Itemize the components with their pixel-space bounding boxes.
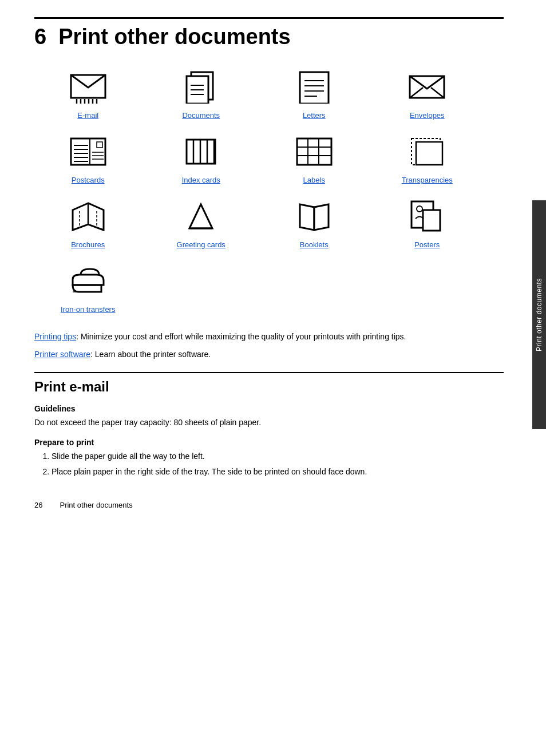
page-title: 6 Print other documents — [34, 25, 504, 49]
letters-icon — [294, 69, 334, 104]
iron-on-transfers-icon-box — [65, 260, 111, 300]
posters-icon-box — [404, 196, 450, 236]
svg-line-19 — [431, 88, 444, 98]
letters-icon-box — [291, 66, 337, 106]
email-icon — [68, 69, 108, 104]
print-email-section-title: Print e-mail — [34, 372, 504, 395]
icon-item-transparencies[interactable]: Transparencies — [374, 131, 481, 184]
prepare-heading: Prepare to print — [34, 438, 504, 447]
icon-item-documents[interactable]: Documents — [148, 66, 255, 120]
svg-line-18 — [410, 88, 423, 98]
icon-item-index-cards[interactable]: Index cards — [148, 131, 255, 184]
icon-item-posters[interactable]: Posters — [374, 196, 481, 249]
documents-icon — [181, 69, 221, 104]
icon-item-email[interactable]: E-mail — [34, 66, 142, 120]
envelopes-label[interactable]: Envelopes — [410, 111, 445, 120]
svg-rect-49 — [423, 210, 440, 231]
brochures-label[interactable]: Brochures — [71, 240, 105, 249]
letters-label[interactable]: Letters — [303, 111, 326, 120]
index-cards-icon — [181, 134, 221, 168]
icon-item-brochures[interactable]: Brochures — [34, 196, 142, 249]
icon-item-postcards[interactable]: Postcards — [34, 131, 142, 184]
index-cards-icon-box — [178, 131, 224, 171]
posters-icon — [407, 199, 447, 233]
prepare-step-1: Slide the paper guide all the way to the… — [52, 450, 504, 462]
envelopes-icon — [407, 69, 447, 104]
side-tab: Print other documents — [532, 200, 546, 429]
transparencies-icon — [407, 134, 447, 168]
icon-item-iron-on-transfers[interactable]: Iron-on transfers — [34, 260, 142, 314]
postcards-icon — [68, 134, 108, 168]
transparencies-icon-box — [404, 131, 450, 171]
printer-software-link[interactable]: Printer software — [34, 350, 90, 359]
email-label[interactable]: E-mail — [77, 111, 98, 120]
guidelines-heading: Guidelines — [34, 404, 504, 413]
posters-label[interactable]: Posters — [414, 240, 440, 249]
greeting-cards-icon-box — [178, 196, 224, 236]
description-section: Printing tips: Minimize your cost and ef… — [34, 331, 481, 361]
icon-item-envelopes[interactable]: Envelopes — [374, 66, 481, 120]
documents-icon-box — [178, 66, 224, 106]
svg-rect-36 — [297, 138, 331, 165]
email-icon-box — [65, 66, 111, 106]
iron-on-transfers-icon — [68, 263, 108, 298]
index-cards-label[interactable]: Index cards — [182, 176, 220, 184]
brochures-icon — [68, 199, 108, 233]
prepare-steps-list: Slide the paper guide all the way to the… — [52, 450, 504, 478]
greeting-cards-icon — [181, 199, 221, 233]
booklets-icon-box — [291, 196, 337, 236]
envelopes-icon-box — [404, 66, 450, 106]
prepare-to-print-subsection: Prepare to print Slide the paper guide a… — [34, 438, 504, 478]
transparencies-label[interactable]: Transparencies — [402, 176, 453, 184]
page-number: 26 — [34, 501, 42, 509]
iron-on-transfers-label[interactable]: Iron-on transfers — [61, 305, 115, 314]
svg-rect-12 — [300, 72, 329, 104]
labels-icon-box — [291, 131, 337, 171]
guidelines-text: Do not exceed the paper tray capacity: 8… — [34, 417, 504, 429]
labels-label[interactable]: Labels — [303, 176, 325, 184]
postcards-icon-box — [65, 131, 111, 171]
brochures-icon-box — [65, 196, 111, 236]
icon-item-letters[interactable]: Letters — [260, 66, 368, 120]
printer-software-paragraph: Printer software: Learn about the printe… — [34, 349, 481, 361]
postcards-label[interactable]: Postcards — [72, 176, 105, 184]
documents-label[interactable]: Documents — [182, 111, 220, 120]
prepare-step-2: Place plain paper in the right side of t… — [52, 466, 504, 478]
booklets-icon — [294, 199, 334, 233]
guidelines-subsection: Guidelines Do not exceed the paper tray … — [34, 404, 504, 429]
greeting-cards-label[interactable]: Greeting cards — [177, 240, 225, 249]
printing-tips-paragraph: Printing tips: Minimize your cost and ef… — [34, 331, 481, 343]
page-footer: 26 Print other documents — [34, 501, 504, 509]
footer-page-label: Print other documents — [60, 501, 132, 509]
icon-item-labels[interactable]: Labels — [260, 131, 368, 184]
chapter-number: 6 — [34, 25, 46, 49]
printing-tips-link[interactable]: Printing tips — [34, 332, 76, 341]
icon-item-booklets[interactable]: Booklets — [260, 196, 368, 249]
icon-grid: E-mail Documents — [34, 66, 481, 314]
top-border — [34, 17, 504, 19]
icon-item-greeting-cards[interactable]: Greeting cards — [148, 196, 255, 249]
labels-icon — [294, 134, 334, 168]
booklets-label[interactable]: Booklets — [300, 240, 329, 249]
svg-rect-42 — [416, 142, 442, 165]
